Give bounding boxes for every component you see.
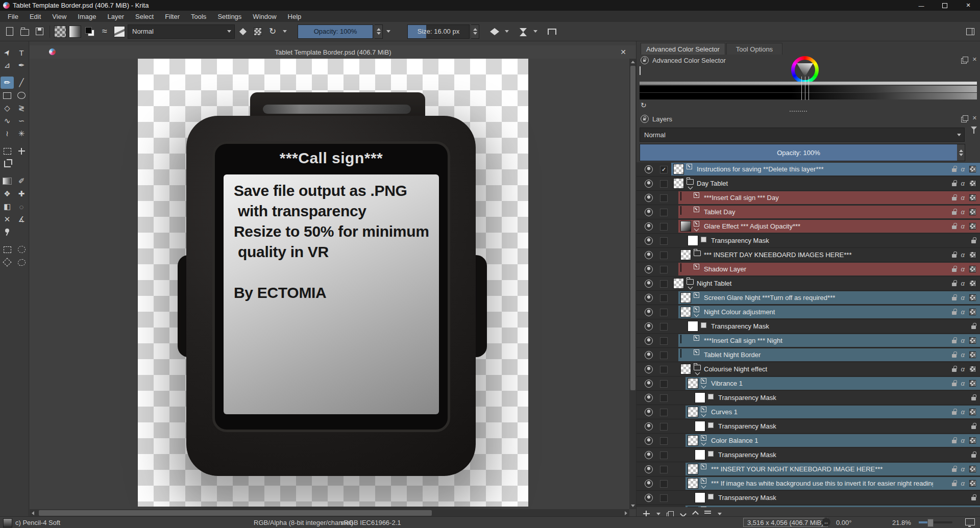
menu-item-view[interactable]: View	[46, 11, 72, 22]
layer-thumbnail[interactable]	[673, 178, 684, 189]
layer-row-paint[interactable]: Curves 1α	[636, 405, 980, 419]
layer-row-paint[interactable]: ***Insert Call sign *** Dayα	[636, 191, 980, 205]
subwindow-close-button[interactable]: ✕	[618, 47, 628, 57]
layer-select-checkbox[interactable]	[660, 209, 668, 216]
layer-row-group[interactable]: Day Tabletα	[636, 177, 980, 191]
layer-select-checkbox[interactable]	[660, 294, 668, 302]
layer-thumbnail[interactable]	[688, 478, 698, 489]
inherit-alpha-icon[interactable]	[969, 437, 976, 444]
vertical-mirror-button[interactable]	[517, 25, 530, 38]
layer-name[interactable]: ***Insert Call sign *** Day	[704, 191, 933, 205]
layer-select-checkbox[interactable]	[660, 323, 668, 331]
layer-visibility-toggle[interactable]	[645, 294, 653, 302]
menu-item-select[interactable]: Select	[130, 11, 159, 22]
layer-select-checkbox[interactable]	[660, 223, 668, 231]
layer-name[interactable]: Shadow Layer	[704, 262, 933, 276]
subwindow-titlebar[interactable]: Tablet Template Border.psd (406.7 MiB) ✕	[30, 45, 636, 59]
inherit-alpha-icon[interactable]	[969, 409, 976, 415]
layer-row-group[interactable]: Night Tabletα	[636, 276, 980, 291]
expand-chevron-icon[interactable]	[695, 370, 700, 375]
layer-name[interactable]: Night Tablet	[697, 276, 933, 290]
layer-name[interactable]: Glare Effect *** Adjust Opacity***	[704, 219, 933, 233]
horizontal-scrollbar-handle[interactable]	[39, 510, 432, 516]
layer-name[interactable]: Day Tablet	[697, 177, 933, 190]
close-button[interactable]: ✕	[957, 0, 980, 11]
edit-brush-settings-button[interactable]	[113, 25, 126, 38]
lock-layer-icon[interactable]	[952, 197, 957, 200]
layer-name[interactable]: Transparency Mask	[718, 491, 933, 505]
expand-chevron-icon[interactable]	[694, 227, 699, 232]
alpha-lock-icon[interactable]: α	[961, 208, 965, 216]
brush-size-slider[interactable]: Size: 16.00 px	[407, 24, 470, 39]
layer-row-paint[interactable]: ✓Instructions for saving **Delete this l…	[636, 162, 980, 177]
eraser-mode-button[interactable]	[236, 25, 250, 38]
minimize-button[interactable]: —	[910, 0, 933, 11]
layer-visibility-toggle[interactable]	[645, 265, 653, 273]
layer-thumbnail[interactable]	[695, 449, 705, 460]
scroll-up-icon[interactable]	[631, 61, 635, 63]
lock-layer-icon[interactable]	[952, 311, 957, 315]
layer-thumbnail[interactable]	[695, 392, 705, 403]
layer-name[interactable]: Instructions for saving **Delete this la…	[697, 162, 933, 176]
layer-row-paint[interactable]: Night Colour adjustmentα	[636, 305, 980, 319]
layer-thumbnail[interactable]	[680, 335, 681, 343]
layer-select-checkbox[interactable]	[660, 394, 668, 402]
layer-visibility-toggle[interactable]	[645, 237, 653, 245]
ellipse-tool[interactable]	[15, 89, 28, 102]
layer-visibility-toggle[interactable]	[645, 165, 653, 173]
multibrush-tool[interactable]: ✳	[15, 128, 28, 140]
alpha-lock-icon[interactable]: α	[961, 351, 965, 359]
measure-tool[interactable]: ∡	[15, 213, 28, 225]
lock-layer-icon[interactable]	[952, 225, 957, 229]
gradient-chooser[interactable]	[68, 25, 82, 38]
layer-select-checkbox[interactable]	[660, 494, 668, 502]
preserve-alpha-button[interactable]	[251, 25, 264, 38]
layer-thumbnail[interactable]	[680, 206, 681, 215]
layer-filter-button[interactable]	[971, 130, 977, 138]
inherit-alpha-icon[interactable]	[969, 366, 976, 372]
layer-name[interactable]: *** INSERT DAY KNEEBOARD IMAGES HERE***	[704, 248, 933, 262]
alpha-lock-icon[interactable]: α	[961, 222, 965, 230]
alpha-lock-icon[interactable]: α	[961, 437, 965, 444]
expand-chevron-icon[interactable]	[701, 384, 706, 389]
layer-opacity-spinner[interactable]	[957, 144, 965, 161]
layer-visibility-toggle[interactable]	[645, 351, 653, 359]
alpha-lock-icon[interactable]: α	[961, 380, 965, 387]
lock-layer-icon[interactable]	[971, 240, 976, 243]
menu-item-tools[interactable]: Tools	[185, 11, 212, 22]
alpha-lock-icon[interactable]: α	[961, 280, 965, 287]
horizontal-mirror-button[interactable]	[488, 25, 501, 38]
layer-select-checkbox[interactable]	[660, 280, 668, 288]
layer-name[interactable]: Vibrance 1	[711, 376, 933, 390]
inherit-alpha-icon[interactable]	[969, 266, 976, 272]
layer-visibility-toggle[interactable]	[645, 222, 653, 231]
layer-select-checkbox[interactable]	[660, 366, 668, 373]
layer-thumbnail[interactable]	[680, 307, 691, 317]
expand-chevron-icon[interactable]	[688, 185, 693, 190]
lock-layer-icon[interactable]	[952, 211, 957, 215]
layer-thumbnail[interactable]	[680, 263, 681, 272]
layer-thumbnail[interactable]	[695, 492, 705, 503]
lock-layer-icon[interactable]	[952, 411, 957, 415]
scroll-right-icon[interactable]	[625, 511, 627, 515]
menu-item-edit[interactable]: Edit	[24, 11, 46, 22]
opacity-slider[interactable]: Opacity: 100%	[298, 24, 373, 39]
vertical-scrollbar-handle[interactable]	[630, 66, 635, 390]
lock-layer-icon[interactable]	[971, 425, 976, 429]
alpha-lock-icon[interactable]: α	[961, 308, 965, 316]
expand-chevron-icon[interactable]	[688, 285, 693, 290]
layer-row-group[interactable]: Colourise Night effectα	[636, 362, 980, 376]
layer-select-checkbox[interactable]	[660, 180, 668, 188]
layer-visibility-toggle[interactable]	[645, 422, 653, 431]
gradient-tool[interactable]	[1, 175, 14, 187]
menu-item-filter[interactable]: Filter	[159, 11, 185, 22]
lock-layer-icon[interactable]	[971, 454, 976, 458]
layer-visibility-toggle[interactable]	[645, 437, 653, 445]
vertical-scrollbar[interactable]	[629, 59, 636, 509]
layer-row-mask[interactable]: Transparency Mask	[636, 491, 980, 505]
lock-layer-icon[interactable]	[971, 497, 976, 500]
edit-shapes-tool[interactable]: ⊿	[1, 59, 14, 71]
layer-select-checkbox[interactable]	[660, 252, 668, 259]
layer-opacity-slider[interactable]: Opacity: 100%	[640, 144, 958, 161]
layer-name[interactable]: ***INSERT NIGHT KNEEBOARD IMAGE HERE***	[711, 505, 933, 507]
